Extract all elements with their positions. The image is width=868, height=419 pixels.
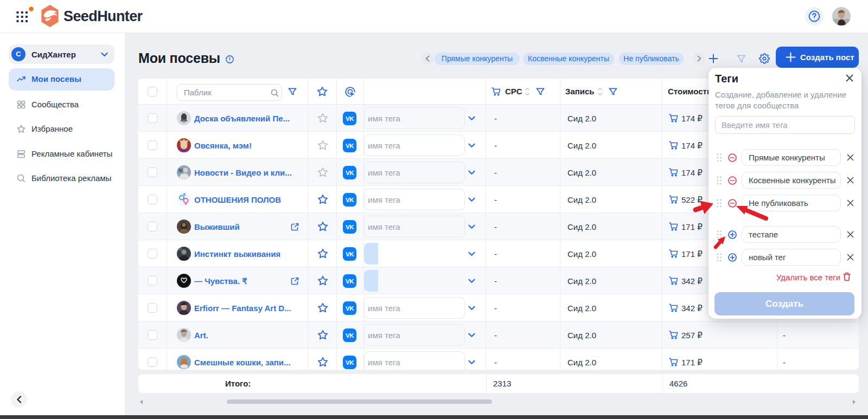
svg-text:VK: VK bbox=[346, 332, 354, 339]
svg-text:VK: VK bbox=[346, 305, 354, 312]
svg-text:VK: VK bbox=[346, 278, 354, 285]
svg-text:VK: VK bbox=[346, 115, 354, 122]
svg-text:VK: VK bbox=[346, 197, 354, 203]
svg-text:VK: VK bbox=[346, 251, 354, 257]
svg-text:VK: VK bbox=[346, 359, 354, 366]
svg-text:VK: VK bbox=[346, 143, 354, 149]
svg-text:VK: VK bbox=[346, 224, 354, 230]
svg-text:VK: VK bbox=[346, 170, 354, 176]
